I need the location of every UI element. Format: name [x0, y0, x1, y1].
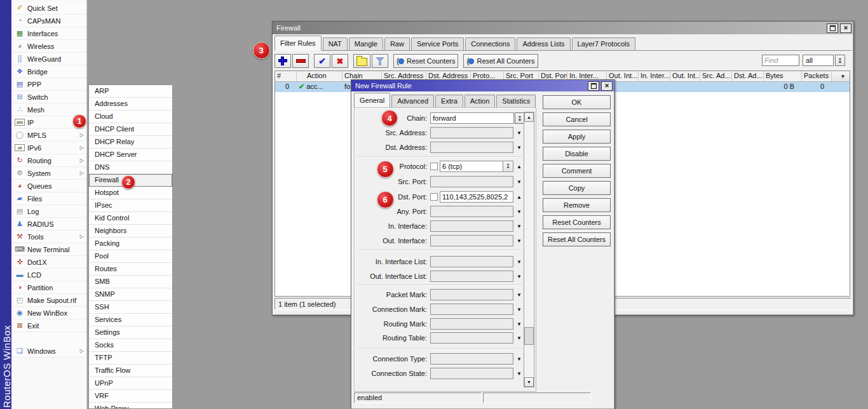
column-header[interactable]: Src. Ad... — [700, 71, 732, 81]
tab-nat[interactable]: NAT — [323, 37, 348, 50]
submenu-item-ipsec[interactable]: IPsec — [89, 199, 172, 212]
remove-rule-button[interactable] — [292, 54, 309, 68]
add-rule-button[interactable] — [275, 54, 291, 68]
form-scrollbar[interactable]: ▲ ▼ — [524, 112, 534, 387]
sidebar-item-capsman[interactable]: ◔CAPsMAN — [11, 15, 86, 27]
sidebar-item-files[interactable]: ▰Files — [11, 192, 86, 205]
scroll-down-button[interactable]: ▼ — [524, 377, 534, 387]
column-header[interactable]: Dst. Ad... — [732, 71, 764, 81]
dialog-close-button[interactable]: ✕ — [601, 81, 613, 91]
dst-address-field[interactable] — [430, 142, 513, 153]
maximize-button[interactable] — [827, 23, 838, 33]
sidebar-item-mpls[interactable]: ◯MPLS▷ — [11, 129, 86, 142]
scrollbar-thumb[interactable] — [524, 327, 534, 345]
enable-rule-button[interactable]: ✔ — [314, 54, 330, 68]
submenu-item-tftp[interactable]: TFTP — [89, 352, 172, 365]
sidebar-item-make-supout[interactable]: ◰Make Supout.rif — [11, 294, 86, 307]
sidebar-item-system[interactable]: ⚙System▷ — [11, 167, 86, 180]
column-header[interactable]: # — [275, 71, 297, 81]
submenu-item-traffic-flow[interactable]: Traffic Flow — [89, 365, 172, 377]
in-interface-list-field[interactable] — [430, 256, 513, 267]
submenu-item-addresses[interactable]: Addresses — [89, 98, 172, 111]
sidebar-item-ipv6[interactable]: v6IPv6▷ — [11, 142, 86, 154]
sidebar-item-wireless[interactable]: ◕Wireless — [11, 40, 86, 53]
submenu-item-socks[interactable]: Socks — [89, 339, 172, 352]
sidebar-item-partition[interactable]: ◑Partition — [11, 281, 86, 294]
submenu-item-pool[interactable]: Pool — [89, 250, 172, 263]
reset-counters-button[interactable]: Reset Counters — [543, 215, 611, 229]
sidebar-item-wireguard[interactable]: ⣿WireGuard — [11, 53, 86, 65]
sidebar-item-routing[interactable]: ↻Routing▷ — [11, 154, 86, 167]
submenu-item-packing[interactable]: Packing — [89, 238, 172, 250]
submenu-item-settings[interactable]: Settings — [89, 326, 172, 339]
sidebar-item-new-terminal[interactable]: ⌨New Terminal — [11, 243, 86, 256]
reset-counters-button[interactable]: ( Reset Counters — [393, 54, 458, 68]
submenu-item-dhcp-client[interactable]: DHCP Client — [89, 123, 172, 136]
sidebar-item-radius[interactable]: ♟RADIUS — [11, 218, 86, 231]
column-header[interactable]: Bytes — [764, 71, 802, 81]
column-selector-button[interactable]: ▼ — [832, 71, 850, 81]
tab-mangle[interactable]: Mangle — [349, 37, 383, 50]
submenu-item-ssh[interactable]: SSH — [89, 301, 172, 314]
out-interface-list-field[interactable] — [430, 271, 513, 282]
submenu-item-snmp[interactable]: SNMP — [89, 288, 172, 301]
submenu-item-cloud[interactable]: Cloud — [89, 111, 172, 123]
apply-button[interactable]: Apply — [543, 130, 611, 144]
in-interface-field[interactable] — [430, 220, 513, 232]
remove-button[interactable]: Remove — [543, 198, 611, 212]
src-port-field[interactable] — [430, 176, 513, 187]
submenu-item-neighbors[interactable]: Neighbors — [89, 225, 172, 238]
sidebar-item-log[interactable]: ▤Log — [11, 205, 86, 218]
column-header[interactable]: Out. Int... — [670, 71, 700, 81]
tab-address-lists[interactable]: Address Lists — [517, 37, 570, 50]
dialog-tab-statistics[interactable]: Statistics — [496, 95, 536, 107]
connection-type-field[interactable] — [430, 353, 513, 365]
submenu-item-upnp[interactable]: UPnP — [89, 377, 172, 390]
tab-layer7-protocols[interactable]: Layer7 Protocols — [572, 37, 636, 50]
sidebar-item-tools[interactable]: ⚒Tools▷ — [11, 231, 86, 243]
submenu-item-kid-control[interactable]: Kid Control — [89, 212, 172, 225]
src-address-field[interactable] — [430, 127, 513, 138]
reset-all-counters-button[interactable]: Reset All Counters — [543, 232, 611, 246]
submenu-item-vrf[interactable]: VRF — [89, 390, 172, 403]
scroll-up-button[interactable]: ▲ — [524, 112, 534, 122]
sidebar-item-windows[interactable]: ❏Windows▷ — [11, 345, 86, 358]
dst-port-input[interactable]: 110,143,2525,8025,2 — [440, 191, 513, 203]
column-header[interactable]: In. Inter... — [639, 71, 670, 81]
ok-button[interactable]: OK — [543, 95, 611, 109]
routing-table-field[interactable] — [430, 332, 513, 344]
firewall-titlebar[interactable]: Firewall ✕ — [273, 22, 853, 34]
disable-button[interactable]: Disable — [543, 147, 611, 161]
dialog-tab-advanced[interactable]: Advanced — [391, 95, 434, 107]
filter-scope-dropdown-button[interactable]: ↧ — [835, 55, 845, 66]
dst-port-checkbox[interactable] — [430, 193, 438, 201]
submenu-item-arp[interactable]: ARP — [89, 85, 172, 98]
submenu-item-smb[interactable]: SMB — [89, 276, 172, 288]
tab-raw[interactable]: Raw — [384, 37, 410, 50]
column-header[interactable]: Action — [297, 71, 342, 81]
copy-button[interactable]: Copy — [543, 181, 611, 195]
packet-mark-field[interactable] — [430, 289, 513, 300]
connection-mark-field[interactable] — [430, 304, 513, 315]
sidebar-item-dot1x[interactable]: ✜Dot1X — [11, 256, 86, 269]
sidebar-item-new-winbox[interactable]: ◉New WinBox — [11, 307, 86, 319]
filter-button[interactable] — [372, 54, 388, 68]
dialog-titlebar[interactable]: New Firewall Rule ✕ — [351, 80, 614, 91]
tab-service-ports[interactable]: Service Ports — [411, 37, 464, 50]
submenu-item-dhcp-relay[interactable]: DHCP Relay — [89, 136, 172, 149]
dialog-tab-general[interactable]: General — [354, 93, 390, 108]
connection-state-field[interactable] — [430, 368, 513, 379]
sidebar-item-interfaces[interactable]: ▦Interfaces — [11, 27, 86, 40]
sidebar-item-switch[interactable]: ⊟Switch — [11, 91, 86, 104]
submenu-item-web-proxy[interactable]: Web Proxy — [89, 403, 172, 409]
dialog-tab-action[interactable]: Action — [465, 95, 496, 107]
close-button[interactable]: ✕ — [840, 23, 851, 33]
submenu-item-dhcp-server[interactable]: DHCP Server — [89, 149, 172, 161]
sidebar-item-queues[interactable]: ◕Queues — [11, 180, 86, 192]
dialog-maximize-button[interactable] — [588, 81, 599, 91]
dialog-tab-extra[interactable]: Extra — [435, 95, 463, 107]
sidebar-item-ppp[interactable]: ▤PPP — [11, 78, 86, 91]
filter-scope-select[interactable]: all — [803, 55, 834, 66]
comment-button[interactable]: Comment — [543, 164, 611, 178]
comment-button[interactable] — [353, 54, 370, 68]
